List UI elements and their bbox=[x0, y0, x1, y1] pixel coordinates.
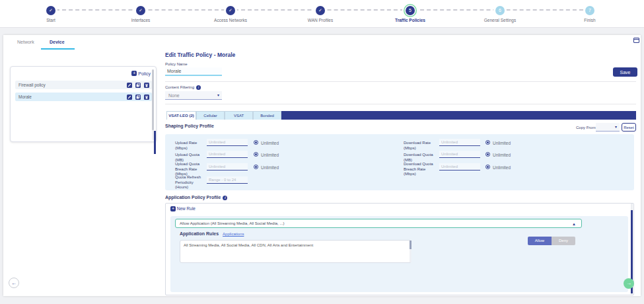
field-label: Download Quota (MB) bbox=[404, 153, 441, 163]
radio-label: Unlimited bbox=[493, 153, 511, 157]
page: ✓ Start ✓ Interfaces ✓ Access Networks ✓… bbox=[0, 0, 644, 304]
field-label: Upload Rate (Mbps) bbox=[175, 141, 208, 151]
policy-name-label: Policy Name bbox=[165, 62, 188, 66]
download-quota-unlimited-radio[interactable] bbox=[485, 152, 490, 157]
info-icon[interactable]: i bbox=[196, 85, 201, 90]
tab-vsat-leo[interactable]: VSAT-LEO (2) bbox=[166, 111, 196, 120]
policy-name: Morale bbox=[18, 95, 32, 99]
pane-scrollbar-thumb[interactable] bbox=[154, 131, 156, 154]
back-button[interactable]: ← bbox=[9, 278, 19, 288]
step-number: 5 bbox=[406, 6, 415, 15]
textarea-scrollbar[interactable] bbox=[410, 241, 411, 262]
next-button[interactable]: → bbox=[624, 278, 634, 289]
arrow-left-icon: ← bbox=[11, 280, 17, 286]
step-label: WAN Profiles bbox=[308, 18, 333, 22]
wizard-stepper: ✓ Start ✓ Interfaces ✓ Access Networks ✓… bbox=[0, 0, 644, 28]
copy-icon[interactable] bbox=[135, 95, 141, 100]
field-label: Upload Quota (MB) bbox=[175, 153, 208, 163]
policy-name: Firewall policy bbox=[18, 83, 46, 87]
page-title: Edit Traffic Policy - Morale bbox=[165, 52, 235, 58]
step-label: Interfaces bbox=[131, 18, 151, 22]
upload-quota-input[interactable] bbox=[207, 151, 248, 158]
radio-label: Unlimited bbox=[493, 165, 511, 170]
step-label: Access Networks bbox=[214, 18, 247, 22]
policy-row-morale[interactable]: Morale bbox=[15, 93, 152, 101]
new-rule-button[interactable]: + New Rule bbox=[170, 206, 196, 211]
check-icon: ✓ bbox=[136, 6, 145, 15]
rule-card: Allow Application (All Streaming Media, … bbox=[170, 216, 628, 292]
radio-label: Unlimited bbox=[261, 141, 279, 145]
rules-container: + New Rule Allow Application (All Stream… bbox=[165, 203, 634, 295]
copy-from-label: Copy From: bbox=[576, 126, 596, 130]
allow-toggle[interactable]: Allow bbox=[528, 237, 552, 245]
field-label: Download Quota Breach Rate (Mbps) bbox=[404, 162, 438, 177]
application-rules-label: Application Rules Applications bbox=[180, 231, 244, 236]
add-policy-button[interactable]: + Policy bbox=[131, 71, 151, 76]
tab-cellular[interactable]: Cellular bbox=[196, 111, 225, 120]
plus-icon: + bbox=[170, 206, 176, 211]
edit-icon[interactable] bbox=[127, 95, 132, 100]
check-icon: ✓ bbox=[46, 6, 55, 15]
radio-label: Unlimited bbox=[261, 165, 279, 170]
check-icon: ✓ bbox=[316, 6, 325, 15]
application-heading: Application Policy Profilei bbox=[165, 195, 227, 200]
tab-bonded[interactable]: Bonded bbox=[253, 111, 281, 120]
step-label: Traffic Policies bbox=[395, 18, 425, 22]
applications-link[interactable]: Applications bbox=[223, 232, 244, 236]
plus-icon: + bbox=[131, 71, 137, 76]
tab-vsat[interactable]: VSAT bbox=[225, 111, 253, 120]
policy-list-panel: + Policy Firewall policy Morale bbox=[10, 66, 157, 142]
active-tab-underline bbox=[41, 48, 75, 50]
rule-accordion-header[interactable]: Allow Application (All Streaming Media, … bbox=[175, 219, 582, 228]
step-number: 7 bbox=[585, 6, 594, 15]
download-breach-rate-input[interactable] bbox=[439, 163, 480, 171]
content-filtering-select[interactable]: None ▾ bbox=[165, 91, 222, 100]
upload-quota-unlimited-radio[interactable] bbox=[254, 152, 258, 157]
divider bbox=[165, 104, 636, 104]
download-quota-input[interactable] bbox=[439, 151, 480, 158]
panel-scrollbar-thumb[interactable] bbox=[152, 69, 154, 130]
panel-scrollbar[interactable] bbox=[152, 69, 154, 140]
collapse-icon[interactable]: ▲ bbox=[572, 220, 576, 228]
field-label: Download Rate (Mbps) bbox=[404, 141, 441, 151]
upload-rate-input[interactable] bbox=[207, 139, 248, 146]
deny-toggle[interactable]: Deny bbox=[552, 237, 575, 245]
upload-breach-rate-input[interactable] bbox=[207, 163, 248, 171]
textarea-scrollbar-thumb[interactable] bbox=[410, 241, 411, 249]
applications-textarea[interactable]: All Streaming Media, All Social Media, A… bbox=[180, 240, 411, 263]
upload-breach-unlimited-radio[interactable] bbox=[254, 165, 258, 169]
delete-icon[interactable] bbox=[144, 95, 149, 100]
copy-icon[interactable] bbox=[135, 83, 141, 88]
download-breach-unlimited-radio[interactable] bbox=[485, 165, 490, 169]
policy-name-input[interactable] bbox=[165, 67, 222, 76]
add-policy-label: Policy bbox=[138, 71, 151, 76]
copy-from-select[interactable]: ▾ bbox=[596, 123, 620, 132]
step-label: General Settings bbox=[484, 18, 516, 22]
arrow-right-icon: → bbox=[626, 280, 631, 286]
download-rate-input[interactable] bbox=[439, 139, 480, 146]
chevron-down-icon: ▾ bbox=[615, 123, 617, 132]
upload-rate-unlimited-radio[interactable] bbox=[254, 140, 258, 145]
step-number: 6 bbox=[495, 6, 505, 15]
window-icon[interactable] bbox=[633, 38, 639, 43]
field-label: Quota Refresh Periodicity (Hours) bbox=[175, 175, 207, 190]
info-icon[interactable]: i bbox=[223, 196, 227, 200]
step-label: Start bbox=[46, 18, 55, 22]
quota-refresh-input[interactable] bbox=[207, 176, 248, 184]
step-label: Finish bbox=[584, 18, 595, 22]
check-icon: ✓ bbox=[226, 6, 235, 15]
content-filtering-label: Content Filteringi bbox=[165, 85, 201, 90]
edit-icon[interactable] bbox=[127, 83, 132, 88]
radio-label: Unlimited bbox=[261, 153, 279, 157]
save-button[interactable]: Save bbox=[613, 67, 637, 77]
divider bbox=[165, 81, 636, 82]
reset-button[interactable]: Reset bbox=[622, 123, 636, 132]
tab-bar-filler bbox=[281, 111, 636, 120]
policy-row-firewall[interactable]: Firewall policy bbox=[15, 81, 152, 89]
download-rate-unlimited-radio[interactable] bbox=[485, 140, 490, 145]
main-card: Network Device + Policy Firewall policy … bbox=[3, 35, 641, 296]
tab-network[interactable]: Network bbox=[17, 40, 34, 44]
delete-icon[interactable] bbox=[144, 83, 149, 88]
tab-device[interactable]: Device bbox=[50, 40, 65, 44]
radio-label: Unlimited bbox=[493, 141, 511, 145]
